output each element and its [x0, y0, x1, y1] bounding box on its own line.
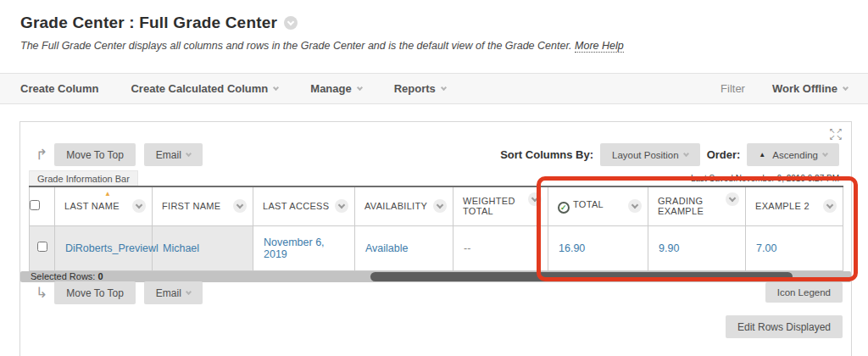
chevron-down-icon [822, 150, 828, 156]
column-header-last-name[interactable]: ▲ LAST NAME [55, 186, 153, 225]
more-help-link[interactable]: More Help [575, 40, 624, 53]
reports-menu[interactable]: Reports [394, 82, 446, 95]
order-value: Ascending [772, 150, 818, 160]
scrollbar-thumb[interactable] [370, 272, 793, 281]
reports-label: Reports [394, 82, 436, 95]
sort-columns-by-value: Layout Position [612, 150, 679, 160]
chevron-down-icon [186, 288, 192, 294]
manage-label: Manage [310, 82, 351, 95]
column-header-weighted-total[interactable]: WEIGHTED TOTAL [453, 186, 548, 225]
column-header-first-name[interactable]: FIRST NAME [153, 186, 253, 225]
column-header-total[interactable]: ✓TOTAL [548, 186, 648, 225]
select-all-cell [30, 186, 55, 225]
cell-total[interactable]: 16.90 [548, 225, 648, 270]
create-calculated-column-menu[interactable]: Create Calculated Column [131, 82, 278, 95]
external-grade-check-icon: ✓ [558, 202, 570, 214]
email-button[interactable]: Email [144, 143, 203, 166]
edit-rows-displayed-button[interactable]: Edit Rows Displayed [726, 315, 843, 338]
availability-header-label: AVAILABILITY [364, 201, 427, 211]
manage-menu[interactable]: Manage [310, 82, 361, 95]
move-to-top-arrow-icon: ↱ [36, 147, 47, 162]
page-header: Grade Center : Full Grade Center The Ful… [20, 14, 624, 52]
move-to-top-arrow-icon: ↳ [36, 286, 47, 300]
fullscreen-expand-icon[interactable]: ↖↗ ↙↘ [829, 127, 843, 141]
select-all-checkbox[interactable] [30, 200, 40, 210]
cell-first-name[interactable]: Michael [153, 225, 253, 270]
chevron-down-icon [441, 84, 447, 90]
email-label: Email [156, 287, 181, 299]
column-menu-icon[interactable] [433, 199, 447, 213]
edit-rows-displayed-label: Edit Rows Displayed [737, 321, 831, 333]
order-select[interactable]: ▲ Ascending [747, 143, 839, 166]
page-subtitle: The Full Grade Center displays all colum… [20, 40, 624, 52]
work-offline-label: Work Offline [772, 82, 837, 95]
column-header-last-access[interactable]: LAST ACCESS [253, 186, 355, 225]
last-access-header-label: LAST ACCESS [263, 201, 329, 211]
cell-example-2[interactable]: 7.00 [746, 225, 843, 270]
email-label: Email [156, 149, 181, 161]
chevron-down-icon [357, 84, 363, 90]
cell-availability: Available [355, 225, 453, 270]
chevron-down-icon [273, 84, 279, 90]
last-name-header-label: LAST NAME [64, 201, 120, 211]
move-to-top-button-bottom[interactable]: Move To Top [54, 281, 136, 304]
chevron-down-icon [683, 150, 689, 156]
icon-legend-button[interactable]: Icon Legend [765, 282, 843, 303]
sort-ascending-icon: ▲ [104, 190, 111, 197]
first-name-header-label: FIRST NAME [162, 201, 220, 211]
move-to-top-label: Move To Top [66, 149, 124, 161]
order-label: Order: [707, 148, 741, 161]
column-header-example-2[interactable]: EXAMPLE 2 [746, 186, 843, 225]
cell-last-name[interactable]: DiRoberts_Previewl [55, 225, 153, 270]
grade-center-panel: ↖↗ ↙↘ ↱ Move To Top Email Sort Columns B… [19, 121, 852, 356]
sort-columns-by-label: Sort Columns By: [500, 148, 593, 161]
create-column-button[interactable]: Create Column [20, 82, 98, 95]
total-header-label: TOTAL [573, 199, 604, 209]
column-menu-icon[interactable] [823, 199, 837, 213]
column-menu-icon[interactable] [726, 192, 739, 206]
column-header-grading-example[interactable]: GRADING EXAMPLE [648, 186, 746, 225]
cell-grading-example[interactable]: 9.90 [648, 225, 746, 270]
move-to-top-button[interactable]: Move To Top [54, 143, 136, 166]
subtitle-text: The Full Grade Center displays all colum… [20, 40, 572, 52]
create-column-label: Create Column [20, 82, 98, 95]
column-menu-icon[interactable] [132, 199, 146, 213]
title-context-menu-icon[interactable] [284, 16, 298, 30]
sort-controls: Sort Columns By: Layout Position Order: … [500, 143, 839, 166]
selected-rows-label: Selected Rows: [31, 271, 95, 281]
action-bar: Create Column Create Calculated Column M… [0, 73, 868, 104]
table-header-row: ▲ LAST NAME FIRST NAME LAST ACCESS AVAIL… [30, 186, 843, 225]
sort-columns-by-select[interactable]: Layout Position [600, 143, 700, 166]
grade-table: ▲ LAST NAME FIRST NAME LAST ACCESS AVAIL… [29, 186, 843, 271]
grade-information-bar-tab[interactable]: Grade Information Bar [29, 170, 138, 186]
last-saved-timestamp: Last Saved:November 6, 2019 9:27 PM [691, 174, 839, 183]
grade-information-bar-label: Grade Information Bar [37, 174, 130, 184]
filter-button[interactable]: Filter [721, 82, 745, 95]
chevron-down-icon [186, 150, 192, 156]
example-2-header-label: EXAMPLE 2 [755, 201, 810, 211]
cell-weighted-total[interactable]: -- [453, 225, 548, 270]
row-select-checkbox[interactable] [37, 242, 47, 252]
create-calculated-column-label: Create Calculated Column [131, 82, 268, 95]
row-select-cell [30, 225, 55, 270]
email-button-bottom[interactable]: Email [144, 281, 203, 304]
grading-example-header-label: GRADING EXAMPLE [658, 196, 723, 216]
column-menu-icon[interactable] [628, 199, 642, 213]
selected-rows-count: 0 [98, 271, 103, 281]
column-menu-icon[interactable] [335, 199, 348, 213]
ascending-triangle-icon: ▲ [759, 151, 765, 159]
chevron-down-icon [843, 84, 849, 90]
expand-arrows-bottom: ↙↘ [829, 133, 843, 142]
column-menu-icon[interactable] [528, 192, 542, 206]
cell-last-access: November 6, 2019 [253, 225, 355, 270]
work-offline-menu[interactable]: Work Offline [772, 82, 848, 95]
page-title: Grade Center : Full Grade Center [20, 14, 277, 32]
weighted-total-header-label: WEIGHTED TOTAL [463, 196, 526, 216]
column-header-availability[interactable]: AVAILABILITY [355, 186, 453, 225]
top-toolbar: ↱ Move To Top Email [36, 143, 211, 166]
bottom-toolbar: ↳ Move To Top Email [36, 281, 211, 304]
icon-legend-label: Icon Legend [777, 287, 831, 298]
table-row: DiRoberts_Previewl Michael November 6, 2… [30, 225, 843, 270]
move-to-top-label: Move To Top [66, 287, 124, 299]
column-menu-icon[interactable] [233, 199, 247, 213]
